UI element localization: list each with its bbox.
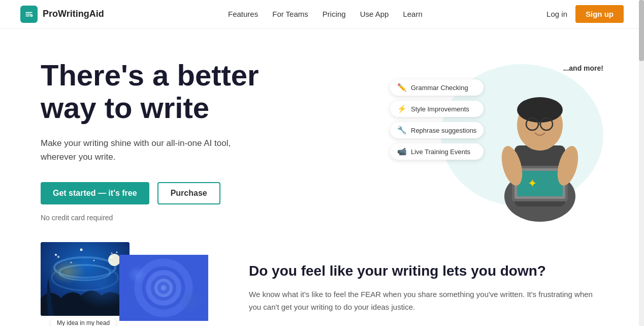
svg-point-23 bbox=[116, 252, 118, 253]
logo-area: ProWritingAid bbox=[20, 6, 104, 23]
and-more-text: ...and more! bbox=[563, 64, 603, 72]
logo-text: ProWritingAid bbox=[43, 9, 104, 19]
pill-grammar-text: Grammar Checking bbox=[411, 84, 468, 92]
nav-links: Features For Teams Pricing Use App Learn bbox=[228, 10, 423, 18]
hero-title: There's a better way to write bbox=[41, 59, 315, 124]
svg-point-22 bbox=[71, 262, 72, 263]
pill-training-text: Live Training Events bbox=[411, 148, 470, 156]
section2-image-area: My idea in my head bbox=[41, 242, 218, 326]
svg-point-26 bbox=[138, 262, 189, 313]
pill-style: ⚡ Style Improvements bbox=[390, 101, 484, 117]
svg-point-19 bbox=[55, 254, 57, 256]
section2-title: Do you feel like your writing lets you d… bbox=[249, 262, 603, 280]
svg-point-21 bbox=[111, 256, 113, 258]
scrollbar[interactable] bbox=[639, 0, 644, 326]
starry-night-image bbox=[41, 242, 130, 316]
nav-pricing[interactable]: Pricing bbox=[323, 10, 346, 18]
pill-grammar: ✏️ Grammar Checking bbox=[390, 79, 484, 96]
pill-training: 📹 Live Training Events bbox=[390, 143, 484, 160]
style-icon: ⚡ bbox=[397, 104, 407, 113]
hero-subtitle: Make your writing shine with our all-in-… bbox=[41, 136, 254, 164]
signup-button[interactable]: Sign up bbox=[575, 5, 624, 23]
nav-learn[interactable]: Learn bbox=[403, 10, 422, 18]
navbar: ProWritingAid Features For Teams Pricing… bbox=[0, 0, 644, 28]
svg-point-5 bbox=[517, 97, 563, 123]
navbar-right: Log in Sign up bbox=[546, 5, 624, 23]
rephrase-icon: 🔧 bbox=[397, 126, 407, 135]
pill-rephrase: 🔧 Rephrase suggestions bbox=[390, 122, 484, 138]
nav-features[interactable]: Features bbox=[228, 10, 258, 18]
svg-point-17 bbox=[59, 265, 110, 280]
get-started-button[interactable]: Get started — it's free bbox=[41, 182, 149, 204]
nav-for-teams[interactable]: For Teams bbox=[272, 10, 308, 18]
hero-section: There's a better way to write Make your … bbox=[0, 28, 644, 242]
svg-rect-11 bbox=[517, 171, 563, 196]
svg-point-18 bbox=[52, 265, 118, 290]
hero-illustration: ✏️ Grammar Checking ⚡ Style Improvements… bbox=[390, 59, 603, 222]
purchase-button[interactable]: Purchase bbox=[157, 182, 220, 204]
hero-content: There's a better way to write Make your … bbox=[41, 59, 315, 222]
svg-point-28 bbox=[156, 280, 171, 295]
svg-rect-25 bbox=[119, 255, 208, 321]
login-button[interactable]: Log in bbox=[546, 10, 567, 18]
section2-text: We know what it's like to feel the FEAR … bbox=[249, 288, 603, 314]
person-illustration: ✦ bbox=[487, 64, 593, 222]
hero-buttons: Get started — it's free Purchase bbox=[41, 182, 315, 204]
svg-rect-15 bbox=[41, 242, 130, 316]
svg-point-24 bbox=[108, 254, 120, 266]
nav-use-app[interactable]: Use App bbox=[360, 10, 389, 18]
svg-point-1 bbox=[30, 14, 33, 17]
grammar-icon: ✏️ bbox=[397, 83, 407, 92]
training-icon: 📹 bbox=[397, 147, 407, 156]
logo-icon bbox=[20, 6, 38, 23]
svg-point-29 bbox=[161, 285, 166, 290]
no-credit-text: No credit card required bbox=[41, 214, 315, 222]
section2-content: Do you feel like your writing lets you d… bbox=[249, 262, 603, 313]
pill-style-text: Style Improvements bbox=[411, 105, 469, 113]
my-idea-badge: My idea in my head bbox=[51, 317, 116, 326]
feature-pills: ✏️ Grammar Checking ⚡ Style Improvements… bbox=[390, 79, 484, 160]
svg-point-20 bbox=[80, 249, 83, 251]
section2: My idea in my head Do you feel like your… bbox=[0, 242, 644, 326]
svg-point-27 bbox=[148, 273, 179, 303]
svg-text:✦: ✦ bbox=[528, 177, 537, 190]
svg-point-16 bbox=[54, 257, 115, 278]
pill-rephrase-text: Rephrase suggestions bbox=[411, 127, 476, 134]
overlay-image bbox=[119, 255, 208, 321]
scrollbar-thumb[interactable] bbox=[639, 0, 644, 61]
